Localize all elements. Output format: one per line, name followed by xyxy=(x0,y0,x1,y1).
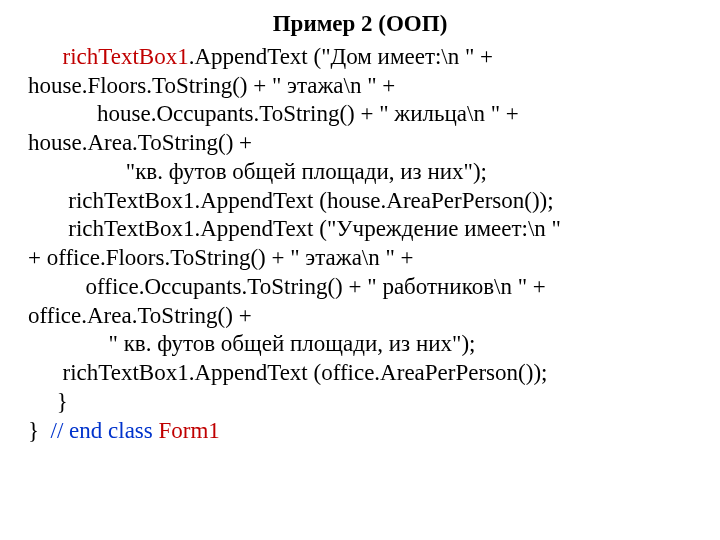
code-segment: house.Area.ToString() + xyxy=(28,130,252,155)
code-segment: office.Occupants.ToString() + " работник… xyxy=(28,274,552,299)
code-segment: richTextBox1 xyxy=(63,44,189,69)
slide-title: Пример 2 (ООП) xyxy=(28,10,692,39)
code-line: office.Occupants.ToString() + " работник… xyxy=(28,273,692,302)
code-segment: .AppendText ("Дом имеет:\n " + xyxy=(189,44,493,69)
code-segment: } xyxy=(28,418,51,443)
code-segment: house.Occupants.ToString() + " жильца\n … xyxy=(28,101,525,126)
code-line: } // end class Form1 xyxy=(28,417,692,446)
code-line: richTextBox1.AppendText ("Учреждение име… xyxy=(28,215,692,244)
code-segment: richTextBox1.AppendText (office.AreaPerP… xyxy=(28,360,553,385)
code-line: house.Floors.ToString() + " этажа\n " + xyxy=(28,72,692,101)
code-line: house.Occupants.ToString() + " жильца\n … xyxy=(28,100,692,129)
code-segment: } xyxy=(28,389,68,414)
code-line: richTextBox1.AppendText ("Дом имеет:\n "… xyxy=(28,43,692,72)
code-segment: office.Area.ToString() + xyxy=(28,303,252,328)
code-segment: " кв. футов общей площади, из них"); xyxy=(28,331,475,356)
code-line: + office.Floors.ToString() + " этажа\n "… xyxy=(28,244,692,273)
code-segment: richTextBox1.AppendText ("Учреждение име… xyxy=(28,216,567,241)
code-line: house.Area.ToString() + xyxy=(28,129,692,158)
slide-page: Пример 2 (ООП) richTextBox1.AppendText (… xyxy=(0,0,720,445)
code-segment: richTextBox1.AppendText (house.AreaPerPe… xyxy=(28,188,554,213)
code-segment xyxy=(28,44,63,69)
code-line: richTextBox1.AppendText (house.AreaPerPe… xyxy=(28,187,692,216)
code-line: "кв. футов общей площади, из них"); xyxy=(28,158,692,187)
code-segment: "кв. футов общей площади, из них"); xyxy=(28,159,487,184)
code-segment: end class xyxy=(69,418,153,443)
code-segment: house.Floors.ToString() + " этажа\n " + xyxy=(28,73,395,98)
code-segment: Form1 xyxy=(159,418,220,443)
code-line: " кв. футов общей площади, из них"); xyxy=(28,330,692,359)
code-line: richTextBox1.AppendText (office.AreaPerP… xyxy=(28,359,692,388)
code-segment: // xyxy=(51,418,70,443)
code-line: office.Area.ToString() + xyxy=(28,302,692,331)
code-line: } xyxy=(28,388,692,417)
code-segment: + office.Floors.ToString() + " этажа\n "… xyxy=(28,245,414,270)
code-block: richTextBox1.AppendText ("Дом имеет:\n "… xyxy=(28,43,692,446)
